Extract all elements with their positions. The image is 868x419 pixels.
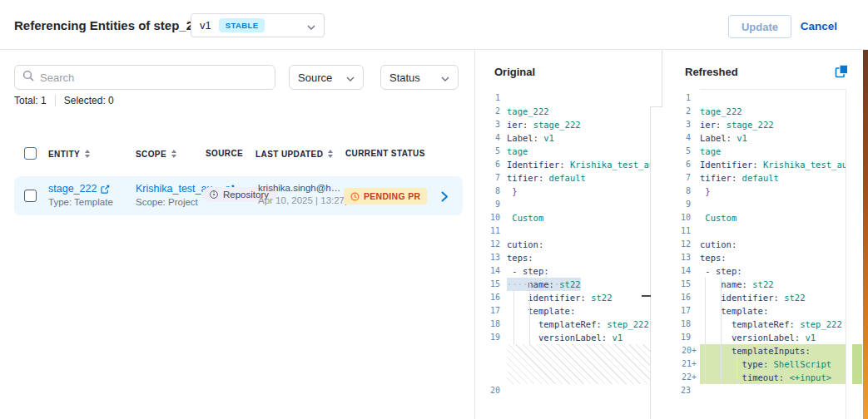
code-line: 18 templateRef: step_222 — [475, 318, 650, 331]
code-text: templateRef: step_222 — [507, 318, 650, 331]
copy-icon[interactable] — [834, 64, 849, 79]
column-header-source: SOURCE — [206, 149, 243, 158]
search-input[interactable] — [40, 71, 267, 84]
code-text — [507, 224, 650, 238]
code-line: 4Label: v1 — [475, 131, 650, 145]
search-icon — [22, 70, 34, 85]
code-line: 6Identifier: Krishika_test_aut — [662, 158, 846, 171]
editor-divider-lower[interactable] — [650, 107, 651, 419]
line-number: 9 — [662, 198, 700, 211]
code-text: tage — [507, 145, 650, 158]
total-count: Total: 1 — [14, 95, 47, 106]
line-number: 9 — [475, 198, 507, 211]
code-text: type: ShellScript — [700, 357, 846, 371]
line-number: 10 — [662, 211, 700, 224]
column-header-scope[interactable]: SCOPE — [136, 149, 177, 159]
sort-icon[interactable] — [327, 149, 334, 159]
code-text: Identifier: Krishika_test_aut — [700, 158, 846, 171]
code-text: tifier: default — [700, 171, 846, 185]
diff-added-placeholder — [507, 344, 650, 384]
code-text: tage — [700, 145, 846, 158]
line-number: 15 — [662, 278, 700, 291]
update-button[interactable]: Update — [728, 15, 791, 38]
code-line: 2tage_222 — [475, 105, 650, 118]
page-title: Referencing Entities of step_222 — [14, 18, 207, 32]
line-number: 18 — [662, 318, 700, 331]
line-number: 16 — [475, 291, 507, 304]
code-line: 20+ templateInputs: — [662, 344, 846, 357]
line-number: 11 — [662, 224, 700, 238]
entity-link[interactable]: stage_222 — [48, 183, 113, 195]
line-number: 17 — [662, 304, 700, 318]
code-text: Custom — [507, 211, 650, 224]
code-text: Custom — [700, 211, 846, 224]
code-text: teps: — [507, 251, 650, 264]
code-line: 3ier: stage_222 — [475, 118, 650, 131]
line-number: 7 — [475, 171, 507, 185]
version-select[interactable]: v1 STABLE — [191, 13, 325, 37]
code-text: templateRef: step_222 — [700, 318, 846, 331]
table-row[interactable]: stage_222 Type: Template Krishika_test_a… — [14, 176, 463, 215]
sort-icon[interactable] — [84, 149, 91, 159]
column-header-last-updated[interactable]: LAST UPDATED — [255, 149, 334, 159]
changed-text-highlight: ····name:·st22 — [507, 278, 581, 291]
line-number: 1 — [475, 91, 507, 105]
source-filter-label: Source — [298, 71, 332, 84]
cancel-button[interactable]: Cancel — [801, 20, 837, 32]
divider — [55, 95, 56, 106]
entity-cell: stage_222 Type: Template — [48, 183, 113, 207]
code-line: 7tifier: default — [475, 171, 650, 185]
original-editor[interactable]: 12tage_2223ier: stage_2224Label: v15tage… — [475, 91, 650, 397]
code-text — [507, 198, 650, 211]
line-number: 11 — [475, 224, 507, 238]
code-text: templateInputs: — [700, 344, 846, 357]
line-number: 23 — [662, 384, 700, 397]
column-header-current-status: CURRENT STATUS — [345, 149, 425, 158]
code-text — [700, 224, 846, 238]
code-line: 8 } — [662, 185, 846, 198]
code-line: 13teps: — [662, 251, 846, 264]
code-line: 22+ timeout: <+input> — [662, 371, 846, 384]
code-text: name: st22 — [700, 278, 846, 291]
line-number: 17 — [475, 304, 507, 318]
code-line: 12cution: — [662, 238, 846, 251]
external-link-icon — [101, 185, 110, 194]
code-line: 1 — [662, 91, 846, 105]
line-number: 8 — [475, 185, 507, 198]
search-box — [14, 65, 275, 90]
indent-guide — [513, 278, 514, 344]
right-edge-strip — [863, 50, 868, 419]
code-text: - step: — [700, 264, 846, 278]
code-line: 17 template: — [475, 304, 650, 318]
updated-at: Apr 10, 2025 | 13:27pm — [258, 195, 358, 205]
code-line: 9 — [662, 198, 846, 211]
column-header-entity[interactable]: ENTITY — [48, 149, 91, 159]
code-text — [507, 384, 650, 397]
line-number: 6 — [662, 158, 700, 171]
overview-ruler-added-marker — [852, 344, 862, 384]
code-text — [507, 91, 650, 105]
code-text: tifier: default — [507, 171, 650, 185]
line-number: 19 — [662, 331, 700, 344]
line-number: 4 — [475, 131, 507, 145]
row-checkbox[interactable] — [24, 190, 37, 202]
status-filter-dropdown[interactable]: Status — [380, 65, 459, 90]
refreshed-editor-top-border — [700, 89, 846, 90]
line-number: 15 — [475, 278, 507, 291]
original-panel-title: Original — [494, 66, 535, 78]
line-number: 14 — [662, 264, 700, 278]
indent-guide — [721, 278, 722, 384]
chevron-right-icon[interactable] — [441, 190, 449, 205]
line-number: 14 — [475, 264, 507, 278]
select-all-checkbox[interactable] — [24, 147, 37, 160]
code-line: 21+ type: ShellScript — [662, 357, 846, 371]
sort-icon[interactable] — [171, 149, 177, 159]
refreshed-editor-right-border — [846, 89, 846, 419]
modal-header: Referencing Entities of step_222 v1 STAB… — [0, 0, 868, 50]
last-updated-cell: krishika.singh@harnes... Apr 10, 2025 | … — [258, 183, 358, 205]
code-line: 1 — [475, 91, 650, 105]
refreshed-editor[interactable]: 12tage_2223ier: stage_2224Label: v15tage… — [662, 91, 846, 397]
code-text: Identifier: Krishika_test_aut — [507, 158, 650, 171]
source-filter-dropdown[interactable]: Source — [289, 65, 364, 90]
line-number: 3 — [662, 118, 700, 131]
